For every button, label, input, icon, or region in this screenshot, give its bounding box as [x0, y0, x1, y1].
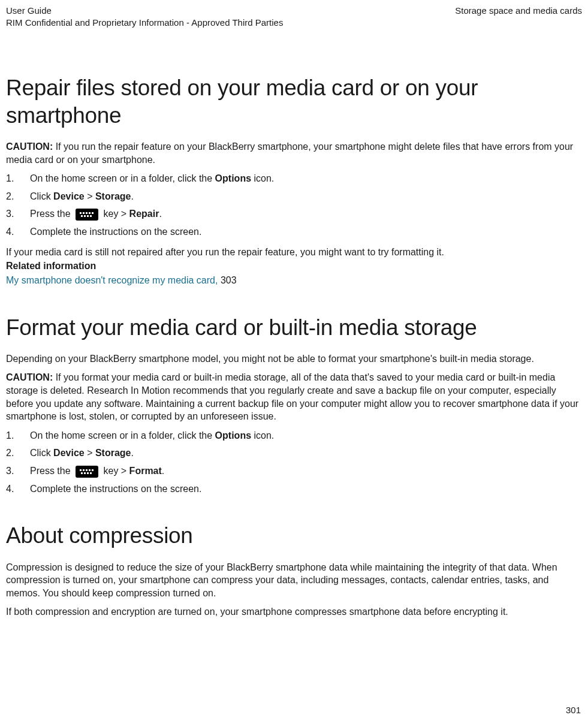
- format-intro: Depending on your BlackBerry smartphone …: [6, 352, 582, 366]
- heading-repair-files: Repair files stored on your media card o…: [6, 74, 582, 130]
- text: .: [131, 191, 134, 201]
- text: >: [85, 191, 95, 201]
- text: Press the: [30, 466, 73, 476]
- heading-format-media: Format your media card or built-in media…: [6, 314, 582, 342]
- heading-about-compression: About compression: [6, 522, 582, 550]
- compression-p2: If both compression and encryption are t…: [6, 605, 582, 619]
- text: key >: [101, 209, 129, 219]
- text-bold: Storage: [95, 448, 131, 458]
- after-repair-note: If your media card is still not repaired…: [6, 246, 582, 259]
- step-3: Press the key > Format.: [6, 464, 582, 478]
- caution-text: If you run the repair feature on your Bl…: [6, 141, 573, 165]
- header-section: Storage space and media cards: [455, 5, 582, 16]
- caution-label: CAUTION:: [6, 372, 56, 382]
- text: .: [131, 448, 134, 458]
- link-page-ref: 303: [221, 275, 237, 285]
- text-bold: Options: [215, 430, 251, 441]
- caution-label: CAUTION:: [6, 141, 56, 152]
- text: key >: [101, 466, 129, 476]
- header-user-guide: User Guide: [6, 5, 283, 17]
- text: Click: [30, 191, 53, 201]
- step-2: Click Device > Storage.: [6, 190, 582, 203]
- caution-text: If you format your media card or built-i…: [6, 372, 578, 421]
- caution-format: CAUTION: If you format your media card o…: [6, 371, 582, 423]
- text-bold: Storage: [95, 191, 131, 201]
- step-3: Press the key > Repair.: [6, 207, 582, 221]
- text: >: [85, 448, 95, 458]
- blackberry-key-icon: [76, 466, 98, 478]
- related-link-row: My smartphone doesn't recognize my media…: [6, 274, 582, 287]
- header-confidential: RIM Confidential and Proprietary Informa…: [6, 17, 283, 29]
- text: .: [162, 466, 164, 476]
- text-bold: Repair: [129, 209, 159, 219]
- text-bold: Device: [53, 191, 85, 201]
- text: On the home screen or in a folder, click…: [30, 173, 215, 183]
- page-number: 301: [566, 704, 581, 716]
- running-header: User Guide RIM Confidential and Propriet…: [6, 5, 582, 29]
- text: icon.: [251, 430, 274, 441]
- caution-repair: CAUTION: If you run the repair feature o…: [6, 140, 582, 166]
- link-media-card[interactable]: My smartphone doesn't recognize my media…: [6, 275, 221, 285]
- text: icon.: [251, 173, 274, 183]
- compression-p1: Compression is designed to reduce the si…: [6, 561, 582, 600]
- text-bold: Options: [215, 173, 251, 183]
- step-4: Complete the instructions on the screen.: [6, 482, 582, 496]
- step-4: Complete the instructions on the screen.: [6, 225, 582, 239]
- text: Click: [30, 448, 53, 458]
- text: Press the: [30, 209, 73, 219]
- step-1: On the home screen or in a folder, click…: [6, 429, 582, 442]
- text-bold: Device: [53, 448, 85, 458]
- steps-format: On the home screen or in a folder, click…: [6, 429, 582, 496]
- step-2: Click Device > Storage.: [6, 447, 582, 460]
- blackberry-key-icon: [76, 209, 98, 221]
- text: On the home screen or in a folder, click…: [30, 430, 215, 441]
- steps-repair: On the home screen or in a folder, click…: [6, 172, 582, 239]
- text: .: [159, 209, 161, 219]
- related-info-label: Related information: [6, 260, 582, 273]
- step-1: On the home screen or in a folder, click…: [6, 172, 582, 185]
- text-bold: Format: [129, 466, 162, 476]
